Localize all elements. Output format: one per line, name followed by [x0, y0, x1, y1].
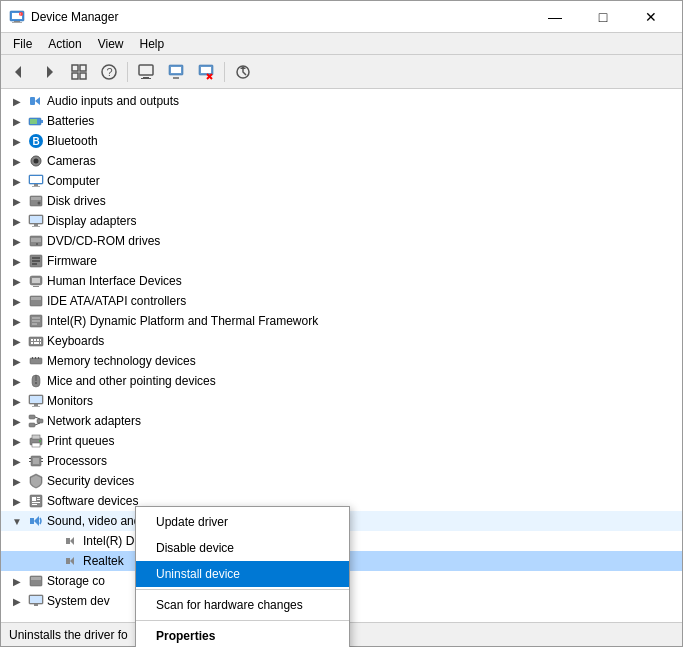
- toggle-keyboards[interactable]: ▶: [9, 333, 25, 349]
- tree-item-print[interactable]: ▶ Print queues: [1, 431, 682, 451]
- toggle-computer[interactable]: ▶: [9, 173, 25, 189]
- toggle-processors[interactable]: ▶: [9, 453, 25, 469]
- batteries-label: Batteries: [47, 114, 94, 128]
- toggle-network[interactable]: ▶: [9, 413, 25, 429]
- toggle-storage[interactable]: ▶: [9, 573, 25, 589]
- svg-rect-97: [32, 497, 36, 501]
- toggle-batteries[interactable]: ▶: [9, 113, 25, 129]
- maximize-button[interactable]: □: [580, 2, 626, 32]
- scan-changes-button[interactable]: [229, 58, 257, 86]
- svg-rect-45: [32, 226, 40, 227]
- display-label: Display adapters: [47, 214, 136, 228]
- toggle-bluetooth[interactable]: ▶: [9, 133, 25, 149]
- toggle-print[interactable]: ▶: [9, 433, 25, 449]
- tree-item-ide[interactable]: ▶ IDE ATA/ATAPI controllers: [1, 291, 682, 311]
- toggle-intel-platform[interactable]: ▶: [9, 313, 25, 329]
- svg-rect-66: [40, 339, 41, 341]
- menu-file[interactable]: File: [5, 33, 40, 54]
- forward-button[interactable]: [35, 58, 63, 86]
- uninstall-button[interactable]: [192, 58, 220, 86]
- toggle-hid[interactable]: ▶: [9, 273, 25, 289]
- toggle-cameras[interactable]: ▶: [9, 153, 25, 169]
- properties-button[interactable]: [132, 58, 160, 86]
- svg-rect-44: [34, 224, 38, 226]
- processor-icon: [28, 453, 44, 469]
- svg-point-41: [38, 202, 41, 205]
- tree-item-firmware[interactable]: ▶ Firmware: [1, 251, 682, 271]
- ctx-scan-hardware[interactable]: Scan for hardware changes: [136, 592, 349, 618]
- toggle-firmware[interactable]: ▶: [9, 253, 25, 269]
- tree-item-monitors[interactable]: ▶ Monitors: [1, 391, 682, 411]
- tree-item-intel-platform[interactable]: ▶ Intel(R) Dynamic Platform and Thermal …: [1, 311, 682, 331]
- tree-item-batteries[interactable]: ▶ Batteries: [1, 111, 682, 131]
- toggle-security[interactable]: ▶: [9, 473, 25, 489]
- tree-item-network[interactable]: ▶ Network adapters: [1, 411, 682, 431]
- menu-action[interactable]: Action: [40, 33, 89, 54]
- computer-icon: [28, 173, 44, 189]
- ctx-separator-2: [136, 620, 349, 621]
- window-title: Device Manager: [31, 10, 532, 24]
- tree-item-mice[interactable]: ▶ Mice and other pointing devices: [1, 371, 682, 391]
- tree-item-audio[interactable]: ▶ Audio inputs and outputs: [1, 91, 682, 111]
- svg-rect-94: [41, 458, 43, 459]
- display-icon: [28, 213, 44, 229]
- view-button[interactable]: [65, 58, 93, 86]
- menu-help[interactable]: Help: [132, 33, 173, 54]
- svg-rect-9: [80, 65, 86, 71]
- minimize-button[interactable]: —: [532, 2, 578, 32]
- update-driver-button[interactable]: [162, 58, 190, 86]
- system-icon: [28, 593, 44, 609]
- processors-label: Processors: [47, 454, 107, 468]
- tree-item-processors[interactable]: ▶ Processors: [1, 451, 682, 471]
- tree-item-security[interactable]: ▶ Security devices: [1, 471, 682, 491]
- toggle-dvd[interactable]: ▶: [9, 233, 25, 249]
- menu-bar: File Action View Help: [1, 33, 682, 55]
- help-button[interactable]: ?: [95, 58, 123, 86]
- toggle-audio[interactable]: ▶: [9, 93, 25, 109]
- tree-item-display[interactable]: ▶ Display adapters: [1, 211, 682, 231]
- tree-item-computer[interactable]: ▶ Computer: [1, 171, 682, 191]
- software-label: Software devices: [47, 494, 138, 508]
- svg-rect-65: [37, 339, 39, 341]
- monitor-icon: [28, 393, 44, 409]
- back-button[interactable]: [5, 58, 33, 86]
- tree-item-disk[interactable]: ▶ Disk drives: [1, 191, 682, 211]
- svg-point-34: [34, 159, 39, 164]
- svg-marker-6: [15, 66, 21, 78]
- toggle-mice[interactable]: ▶: [9, 373, 25, 389]
- tree-item-bluetooth[interactable]: ▶ B Bluetooth: [1, 131, 682, 151]
- ctx-update-driver[interactable]: Update driver: [136, 509, 349, 535]
- svg-rect-30: [30, 119, 37, 124]
- audio-icon: [28, 93, 44, 109]
- ide-icon: [28, 293, 44, 309]
- toggle-system[interactable]: ▶: [9, 593, 25, 609]
- tree-item-dvd[interactable]: ▶ DVD/CD-ROM drives: [1, 231, 682, 251]
- intel-platform-label: Intel(R) Dynamic Platform and Thermal Fr…: [47, 314, 318, 328]
- tree-item-memory[interactable]: ▶ Memory technology devices: [1, 351, 682, 371]
- ctx-uninstall-device[interactable]: Uninstall device: [136, 561, 349, 587]
- svg-rect-47: [31, 238, 41, 242]
- toggle-disk[interactable]: ▶: [9, 193, 25, 209]
- toggle-monitors[interactable]: ▶: [9, 393, 25, 409]
- svg-rect-3: [12, 22, 22, 23]
- tree-item-cameras[interactable]: ▶ Cameras: [1, 151, 682, 171]
- menu-view[interactable]: View: [90, 33, 132, 54]
- toggle-software[interactable]: ▶: [9, 493, 25, 509]
- keyboard-icon: [28, 333, 44, 349]
- svg-rect-69: [40, 342, 41, 344]
- ctx-properties[interactable]: Properties: [136, 623, 349, 647]
- app-icon: !: [9, 9, 25, 25]
- svg-rect-91: [33, 458, 39, 464]
- security-icon: [28, 473, 44, 489]
- tree-item-hid[interactable]: ▶ Human Interface Devices: [1, 271, 682, 291]
- toolbar-separator-1: [127, 62, 128, 82]
- toggle-memory[interactable]: ▶: [9, 353, 25, 369]
- close-button[interactable]: ✕: [628, 2, 674, 32]
- toggle-sound[interactable]: ▼: [9, 513, 25, 529]
- tree-item-keyboards[interactable]: ▶ Keyboards: [1, 331, 682, 351]
- svg-text:?: ?: [107, 66, 113, 78]
- ctx-disable-device[interactable]: Disable device: [136, 535, 349, 561]
- svg-rect-40: [31, 197, 41, 200]
- toggle-ide[interactable]: ▶: [9, 293, 25, 309]
- toggle-display[interactable]: ▶: [9, 213, 25, 229]
